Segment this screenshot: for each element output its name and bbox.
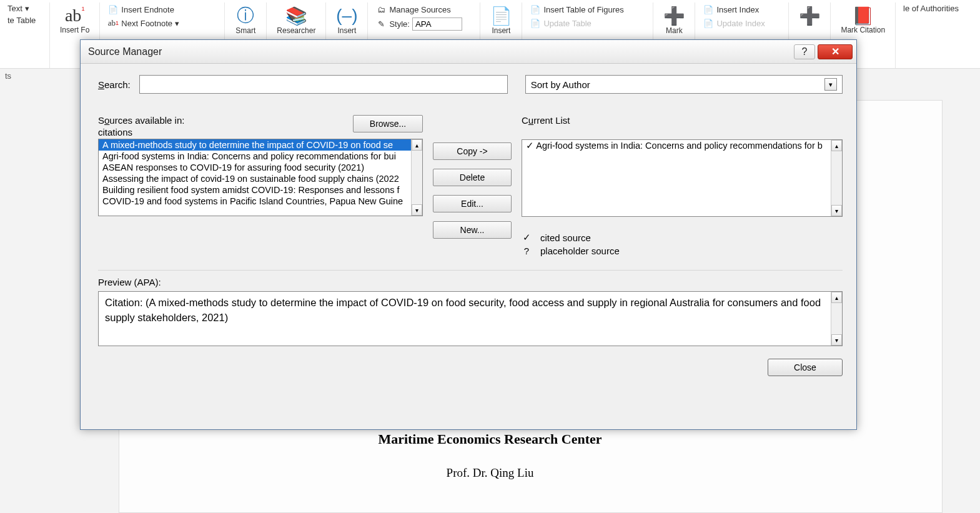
next-footnote-icon: ab1	[107, 17, 119, 29]
close-window-button[interactable]: ✕	[818, 44, 853, 59]
scroll-up-icon[interactable]: ▴	[412, 139, 422, 151]
scrollbar[interactable]: ▴ ▾	[411, 139, 422, 216]
ab-icon: ab1	[64, 5, 86, 26]
search-input[interactable]	[139, 75, 508, 94]
insert-index-button[interactable]: 📄Insert Index	[700, 2, 783, 16]
books-icon: 📚	[285, 5, 307, 26]
scroll-up-icon[interactable]: ▴	[831, 292, 842, 303]
style-select[interactable]	[412, 17, 462, 31]
tof-icon: 📄	[530, 4, 541, 15]
edit-button[interactable]: Edit...	[433, 195, 512, 212]
dialog-title: Source Manager	[88, 46, 162, 57]
mark-citation-plus-icon: ➕	[799, 5, 820, 26]
update-table-button: 📄Update Table	[527, 16, 648, 30]
smart-lookup-button[interactable]: ⓘSmart	[230, 2, 261, 37]
update-index-button: 📄Update Index	[700, 16, 783, 30]
scrollbar[interactable]: ▴ ▾	[831, 140, 842, 216]
ribbon-group-label: ts	[0, 69, 16, 85]
update-index-icon: 📄	[703, 17, 714, 29]
update-table-icon: 📄	[530, 17, 541, 29]
close-icon: ✕	[831, 46, 839, 57]
sort-select[interactable]: Sort by Author ▾	[525, 75, 843, 94]
scroll-down-icon[interactable]: ▾	[412, 204, 422, 216]
sort-value: Sort by Author	[531, 79, 590, 90]
source-manager-dialog: Source Manager ? ✕ Search: Sort by Autho…	[80, 39, 857, 430]
list-item[interactable]: ✓ Agri-food systems in India: Concerns a…	[522, 140, 831, 151]
list-item[interactable]: Agri-food systems in India: Concerns and…	[99, 151, 411, 162]
info-icon: ⓘ	[235, 5, 256, 26]
mark-citation-icon: 📕	[853, 5, 874, 26]
next-footnote-button[interactable]: ab1Next Footnote ▾	[105, 16, 219, 30]
preview-box: Citation: (A mixed-methods study to dete…	[98, 291, 843, 346]
scroll-down-icon[interactable]: ▾	[831, 334, 842, 346]
style-row: ✎Style:	[373, 16, 475, 32]
insert-footnote-button[interactable]: ab1 Insert Fo	[55, 2, 94, 37]
list-item[interactable]: COVID-19 and food systems in Pacific Isl…	[99, 196, 411, 207]
citation-icon: (–)	[336, 5, 357, 26]
list-item[interactable]: ASEAN responses to COVID-19 for assuring…	[99, 162, 411, 173]
document-author: Prof. Dr. Qing Liu	[0, 466, 980, 480]
current-list[interactable]: ✓ Agri-food systems in India: Concerns a…	[522, 139, 843, 217]
insert-endnote-button[interactable]: 📄Insert Endnote	[105, 2, 219, 16]
help-button[interactable]: ?	[794, 44, 815, 59]
document-heading: Maritime Economics Research Center	[0, 431, 980, 447]
divider	[98, 270, 843, 271]
question-icon: ?	[522, 246, 532, 256]
pencil-icon: ✎	[375, 19, 387, 30]
help-icon: ?	[802, 46, 808, 57]
mark-citation-button[interactable]: 📕Mark Citation	[836, 2, 890, 37]
scrollbar[interactable]: ▴ ▾	[831, 292, 842, 346]
new-button[interactable]: New...	[433, 221, 512, 239]
mark-entry-icon: ➕	[663, 5, 685, 26]
te-table[interactable]: te Table	[5, 14, 44, 26]
current-list-label: Current List	[522, 115, 843, 126]
scroll-down-icon[interactable]: ▾	[831, 205, 842, 216]
scroll-up-icon[interactable]: ▴	[831, 140, 842, 151]
sources-location: citations	[98, 127, 184, 137]
chevron-down-icon: ▾	[824, 78, 837, 91]
manage-sources-button[interactable]: 🗂Manage Sources	[373, 2, 475, 16]
insert-bibliography-button[interactable]: 📄Insert	[485, 2, 517, 37]
insert-index-icon: 📄	[703, 4, 714, 15]
chevron-down-icon: ▾	[25, 4, 29, 13]
master-list[interactable]: A mixed-methods study to determine the i…	[98, 139, 423, 216]
manage-sources-icon: 🗂	[375, 4, 387, 15]
search-label: Search:	[98, 79, 131, 90]
researcher-button[interactable]: 📚Researcher	[272, 2, 320, 37]
delete-button[interactable]: Delete	[433, 169, 512, 186]
list-item[interactable]: Building resilient food system amidst CO…	[99, 184, 411, 196]
close-button[interactable]: Close	[768, 359, 843, 376]
insert-citation-button[interactable]: (–)Insert	[331, 2, 362, 37]
mark-citation-big-button[interactable]: ➕	[794, 2, 825, 29]
browse-button[interactable]: Browse...	[353, 115, 423, 132]
insert-table-of-figures-button[interactable]: 📄Insert Table of Figures	[527, 2, 648, 16]
mark-entry-button[interactable]: ➕Mark	[658, 2, 690, 37]
endnote-icon: 📄	[107, 4, 119, 15]
bibliography-icon: 📄	[490, 5, 512, 26]
table-of-authorities-button[interactable]: le of Authorities	[901, 2, 961, 14]
list-item[interactable]: A mixed-methods study to determine the i…	[99, 139, 411, 151]
document-content: Maritime Economics Research Center Prof.…	[0, 431, 980, 480]
copy-button[interactable]: Copy ->	[433, 142, 512, 160]
list-item[interactable]: Assessing the impact of covid-19 on sust…	[99, 173, 411, 184]
dialog-titlebar: Source Manager ? ✕	[81, 40, 856, 64]
checkmark-icon: ✓	[522, 232, 532, 243]
chevron-down-icon: ▾	[175, 19, 179, 28]
text-dropdown[interactable]: Text ▾	[5, 2, 44, 14]
preview-label: Preview (APA):	[98, 277, 843, 287]
preview-text: Citation: (A mixed-methods study to dete…	[99, 292, 831, 346]
legend: ✓cited source ?placeholder source	[522, 232, 843, 256]
sources-available-label: Sources available in:	[98, 115, 184, 126]
